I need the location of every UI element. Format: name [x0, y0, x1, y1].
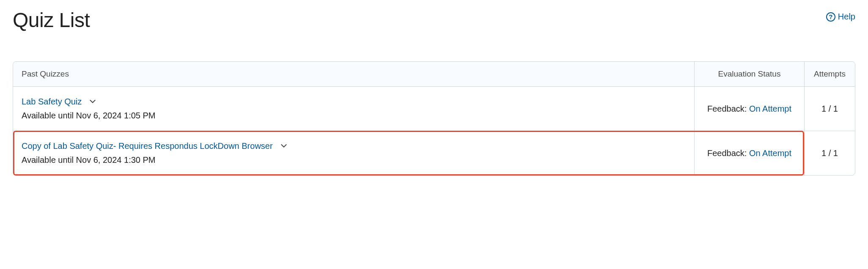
column-header-eval: Evaluation Status — [694, 62, 804, 87]
quiz-availability: Available until Nov 6, 2024 1:05 PM — [22, 111, 686, 121]
quiz-title-link[interactable]: Lab Safety Quiz — [22, 97, 82, 107]
quiz-title-link[interactable]: Copy of Lab Safety Quiz- Requires Respon… — [22, 141, 273, 151]
quiz-availability: Available until Nov 6, 2024 1:30 PM — [22, 155, 686, 165]
chevron-down-icon[interactable] — [89, 99, 96, 105]
feedback-label: Feedback: — [707, 104, 749, 113]
table-row: Lab Safety Quiz Available until Nov 6, 2… — [13, 87, 855, 131]
help-label: Help — [838, 12, 855, 22]
table-row: Copy of Lab Safety Quiz- Requires Respon… — [13, 131, 855, 175]
quiz-table: Past Quizzes Evaluation Status Attempts … — [13, 61, 855, 176]
chevron-down-icon[interactable] — [280, 143, 287, 150]
help-link[interactable]: ? Help — [826, 12, 855, 22]
help-icon: ? — [826, 12, 835, 22]
column-header-attempts: Attempts — [804, 62, 855, 87]
column-header-name: Past Quizzes — [13, 62, 694, 87]
attempts-count: 1 / 1 — [821, 148, 838, 158]
feedback-link[interactable]: On Attempt — [749, 148, 791, 158]
feedback-label: Feedback: — [707, 148, 749, 158]
feedback-link[interactable]: On Attempt — [749, 104, 791, 113]
attempts-count: 1 / 1 — [821, 104, 838, 113]
page-title: Quiz List — [13, 8, 90, 32]
